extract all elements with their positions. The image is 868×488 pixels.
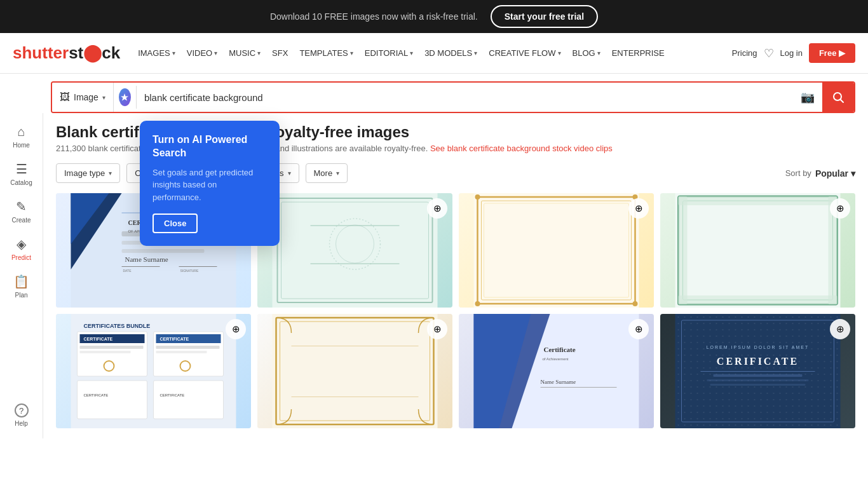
cert-image-5: CERTIFICATES BUNDLE CERTIFICATE CERTIFIC… bbox=[56, 314, 251, 428]
nav-item-templates[interactable]: TEMPLATES▾ bbox=[294, 44, 358, 62]
sidebar-label-predict: Predict bbox=[11, 254, 31, 261]
nav-item-sfx[interactable]: SFX bbox=[267, 44, 293, 62]
sidebar-label-create: Create bbox=[11, 217, 31, 224]
nav-item-video[interactable]: VIDEO▾ bbox=[182, 44, 222, 62]
svg-rect-36 bbox=[679, 196, 688, 304]
svg-rect-34 bbox=[679, 196, 837, 205]
nav-item-3d-models[interactable]: 3D MODELS▾ bbox=[419, 44, 482, 62]
nav-item-blog[interactable]: BLOG▾ bbox=[567, 44, 606, 62]
search-bar-container: 🖼 Image ▾ 📷 bbox=[0, 74, 868, 113]
svg-rect-60 bbox=[292, 396, 419, 397]
ai-popup-desc: Set goals and get predicted insights bas… bbox=[153, 166, 267, 204]
sidebar-item-predict[interactable]: ◈ Predict bbox=[0, 231, 43, 266]
sidebar-item-home[interactable]: ⌂ Home bbox=[0, 119, 43, 154]
ai-icon bbox=[119, 88, 131, 106]
ai-popup-close-button[interactable]: Close bbox=[153, 214, 198, 233]
svg-text:Certificate: Certificate bbox=[544, 346, 576, 353]
svg-text:Name Surname: Name Surname bbox=[125, 255, 168, 263]
sort-select[interactable]: Popular ▾ bbox=[815, 168, 855, 179]
search-bar: 🖼 Image ▾ 📷 bbox=[51, 81, 855, 113]
image-card-3[interactable]: ⊕ bbox=[459, 193, 654, 308]
cert-image-8: LOREM IPSUM DOLOR SIT AMET CERIFICATE bbox=[660, 314, 855, 428]
nav-item-images[interactable]: IMAGES▾ bbox=[133, 44, 180, 62]
nav-actions: Pricing ♡ Log in Free ▶ bbox=[732, 43, 855, 63]
filter-image-type[interactable]: Image type ▾ bbox=[56, 163, 120, 183]
svg-rect-59 bbox=[292, 346, 419, 346]
nav-item-editorial[interactable]: EDITORIAL▾ bbox=[360, 44, 418, 62]
zoom-btn-8[interactable]: ⊕ bbox=[830, 319, 850, 339]
svg-text:CERTIFICATE: CERTIFICATE bbox=[84, 393, 109, 397]
search-input[interactable] bbox=[137, 92, 793, 103]
cert-image-7: Certificate of Achievement Name Surname bbox=[459, 314, 654, 428]
zoom-btn-4[interactable]: ⊕ bbox=[830, 198, 850, 219]
video-link[interactable]: See blank certificate background stock v… bbox=[430, 144, 613, 153]
sort-label: Sort by bbox=[785, 168, 811, 178]
zoom-btn-6[interactable]: ⊕ bbox=[427, 319, 447, 339]
filter-more[interactable]: More ▾ bbox=[306, 163, 348, 183]
svg-text:CERIFICATE: CERIFICATE bbox=[717, 356, 799, 367]
sidebar-label-plan: Plan bbox=[15, 292, 27, 299]
zoom-btn-3[interactable]: ⊕ bbox=[628, 198, 649, 219]
image-card-8[interactable]: LOREM IPSUM DOLOR SIT AMET CERIFICATE ⊕ bbox=[660, 314, 855, 428]
zoom-btn-5[interactable]: ⊕ bbox=[226, 319, 246, 339]
svg-text:CERTIFICATE: CERTIFICATE bbox=[160, 393, 185, 397]
catalog-icon: ☰ bbox=[16, 161, 27, 177]
trial-button[interactable]: Start your free trial bbox=[491, 5, 598, 28]
filter-more-chevron: ▾ bbox=[336, 170, 339, 177]
svg-rect-77 bbox=[710, 384, 806, 386]
svg-rect-12 bbox=[122, 266, 160, 267]
svg-rect-75 bbox=[714, 374, 803, 377]
filter-artists-chevron: ▾ bbox=[288, 170, 291, 177]
camera-search-icon[interactable]: 📷 bbox=[793, 90, 822, 104]
search-type-label: Image bbox=[74, 92, 98, 102]
sidebar-item-create[interactable]: ✎ Create bbox=[0, 194, 43, 229]
nav-item-enterprise[interactable]: ENTERPRISE bbox=[607, 44, 670, 62]
nav-item-music[interactable]: MUSIC▾ bbox=[224, 44, 266, 62]
wishlist-icon[interactable]: ♡ bbox=[764, 46, 774, 60]
svg-rect-44 bbox=[80, 351, 131, 353]
svg-point-30 bbox=[633, 301, 638, 306]
nav-items: IMAGES▾ VIDEO▾ MUSIC▾ SFX TEMPLATES▾ EDI… bbox=[133, 44, 729, 62]
search-button[interactable] bbox=[822, 83, 854, 112]
svg-text:DATE: DATE bbox=[123, 269, 132, 273]
logo[interactable]: shutterst⬤ck bbox=[13, 43, 120, 63]
sidebar-label-catalog: Catalog bbox=[10, 179, 32, 186]
svg-rect-74 bbox=[701, 371, 815, 372]
filter-image-type-label: Image type bbox=[64, 168, 105, 178]
zoom-btn-2[interactable]: ⊕ bbox=[427, 198, 447, 219]
svg-rect-31 bbox=[675, 193, 841, 308]
zoom-btn-7[interactable]: ⊕ bbox=[628, 319, 649, 339]
svg-text:CERTIFICATE: CERTIFICATE bbox=[160, 337, 189, 341]
nav-item-creative-flow[interactable]: CREATIVE FLOW▾ bbox=[484, 44, 566, 62]
sidebar-item-plan[interactable]: 📋 Plan bbox=[0, 269, 43, 304]
image-card-5[interactable]: CERTIFICATES BUNDLE CERTIFICATE CERTIFIC… bbox=[56, 314, 251, 428]
nav-bar: shutterst⬤ck IMAGES▾ VIDEO▾ MUSIC▾ SFX T… bbox=[0, 33, 868, 74]
svg-rect-50 bbox=[156, 351, 207, 353]
login-button[interactable]: Log in bbox=[780, 48, 803, 58]
filter-more-label: More bbox=[314, 168, 333, 178]
svg-text:of Achievement: of Achievement bbox=[543, 357, 569, 361]
svg-rect-49 bbox=[156, 346, 220, 349]
image-card-4[interactable]: ⊕ bbox=[660, 193, 855, 308]
search-type-chevron: ▾ bbox=[102, 94, 105, 101]
svg-point-29 bbox=[475, 301, 480, 306]
svg-rect-52 bbox=[78, 381, 147, 419]
sidebar-item-help[interactable]: ? Help bbox=[0, 398, 43, 432]
svg-rect-56 bbox=[273, 314, 438, 428]
image-card-7[interactable]: Certificate of Achievement Name Surname … bbox=[459, 314, 654, 428]
sidebar-label-home: Home bbox=[13, 142, 30, 149]
ai-badge bbox=[114, 86, 137, 109]
top-banner: Download 10 FREE images now with a risk-… bbox=[0, 0, 868, 33]
free-button[interactable]: Free ▶ bbox=[809, 43, 855, 63]
svg-text:CERTIFICATE: CERTIFICATE bbox=[84, 337, 113, 341]
sidebar-item-catalog[interactable]: ☰ Catalog bbox=[0, 156, 43, 191]
image-card-6[interactable]: ⊕ bbox=[257, 314, 452, 428]
nav-pricing[interactable]: Pricing bbox=[732, 48, 757, 58]
sort-value: Popular bbox=[815, 168, 848, 179]
search-type-selector[interactable]: 🖼 Image ▾ bbox=[52, 83, 114, 112]
svg-rect-16 bbox=[273, 193, 438, 308]
ai-popup: Turn on AI Powered Search Set goals and … bbox=[140, 121, 280, 246]
filter-image-type-chevron: ▾ bbox=[109, 170, 112, 177]
svg-rect-21 bbox=[311, 225, 400, 226]
image-card-2[interactable]: ⊕ bbox=[257, 193, 452, 308]
